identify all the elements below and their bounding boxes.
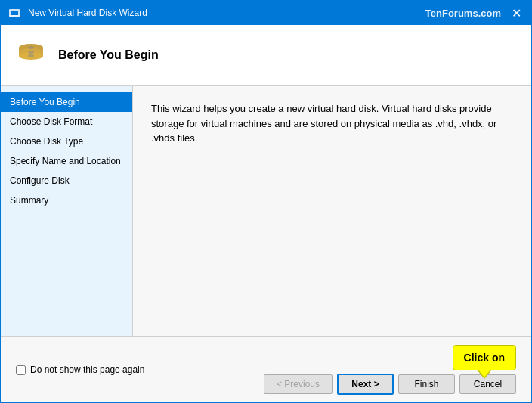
tooltip-row: Click on — [453, 345, 516, 370]
svg-rect-2 — [9, 15, 20, 17]
sidebar-item-specify-name-location[interactable]: Specify Name and Location — [1, 151, 132, 171]
svg-rect-1 — [11, 11, 18, 15]
dont-show-checkbox[interactable] — [16, 365, 26, 375]
wizard-body: Before You Begin Choose Disk Format Choo… — [1, 86, 531, 336]
close-button[interactable]: ✕ — [507, 4, 525, 22]
window-title: New Virtual Hard Disk Wizard — [28, 8, 425, 18]
sidebar-item-before-you-begin[interactable]: Before You Begin — [1, 92, 132, 112]
sidebar: Before You Begin Choose Disk Format Choo… — [1, 86, 133, 336]
sidebar-item-configure-disk[interactable]: Configure Disk — [1, 171, 132, 191]
sidebar-item-summary[interactable]: Summary — [1, 191, 132, 210]
sidebar-item-choose-disk-type[interactable]: Choose Disk Type — [1, 132, 132, 151]
checkbox-area: Do not show this page again — [16, 364, 264, 375]
wizard-window: New Virtual Hard Disk Wizard TenForums.c… — [0, 0, 532, 403]
app-icon — [7, 5, 22, 20]
svg-point-10 — [28, 54, 34, 57]
watermark: TenForums.com — [425, 8, 501, 19]
wizard-title: Before You Begin — [58, 48, 159, 62]
content-description: This wizard helps you create a new virtu… — [151, 101, 499, 146]
tooltip-bubble: Click on — [453, 345, 516, 370]
previous-button[interactable]: < Previous — [264, 374, 332, 394]
wizard-header: Before You Begin — [1, 25, 531, 86]
sidebar-item-choose-disk-format[interactable]: Choose Disk Format — [1, 112, 132, 132]
next-button[interactable]: Next > — [337, 374, 394, 395]
dont-show-label[interactable]: Do not show this page again — [30, 364, 144, 375]
svg-point-8 — [28, 46, 34, 49]
finish-button[interactable]: Finish — [398, 374, 455, 394]
wizard-footer: Do not show this page again Click on < P… — [1, 336, 531, 402]
title-bar: New Virtual Hard Disk Wizard TenForums.c… — [1, 1, 531, 25]
header-icon — [16, 37, 46, 73]
content-area: This wizard helps you create a new virtu… — [133, 86, 531, 336]
svg-point-9 — [28, 51, 34, 54]
